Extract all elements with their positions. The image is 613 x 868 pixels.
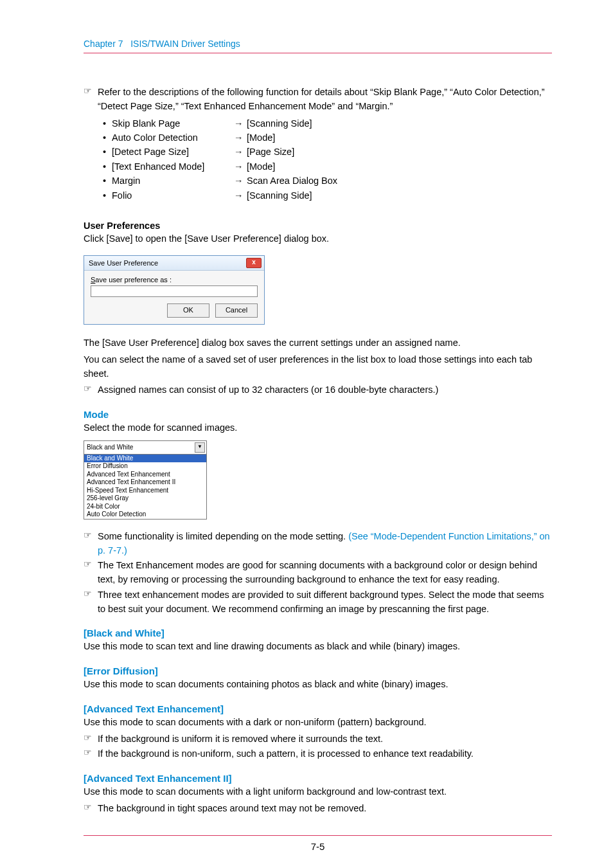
note-icon: ☞ (84, 747, 98, 757)
user-prefs-note: Assigned names can consist of up to 32 c… (98, 383, 552, 397)
note-icon: ☞ (84, 383, 98, 393)
intro-text: Refer to the descriptions of the followi… (98, 86, 552, 114)
ref-row: • [Text Enhanced Mode] → [Mode] (103, 159, 552, 174)
ref-left: Skip Blank Page (112, 116, 234, 131)
ref-row: • Skip Blank Page → [Scanning Side] (103, 116, 552, 131)
ref-row: • Margin → Scan Area Dialog Box (103, 174, 552, 188)
ate-note-1: If the background is uniform it is remov… (98, 732, 552, 746)
ref-row: • Folio → [Scanning Side] (103, 188, 552, 203)
mode-option[interactable]: Advanced Text Enhancement II (84, 478, 206, 487)
mode-option[interactable]: 24-bit Color (84, 503, 206, 511)
arrow-icon: → (234, 116, 247, 131)
reference-list: • Skip Blank Page → [Scanning Side] • Au… (103, 116, 552, 203)
dialog-title-text: Save User Preference (89, 259, 158, 267)
arrow-icon: → (234, 159, 247, 174)
ed-body: Use this mode to scan documents containi… (84, 678, 552, 692)
ref-right: [Scanning Side] (247, 116, 552, 131)
page-header: Chapter 7 ISIS/TWAIN Driver Settings (84, 39, 552, 53)
ate-body: Use this mode to scan documents with a d… (84, 716, 552, 730)
chapter-title: ISIS/TWAIN Driver Settings (130, 39, 240, 49)
mode-option[interactable]: Black and White (84, 455, 206, 463)
chapter-label: Chapter 7 (84, 39, 123, 49)
save-as-label: Save user preference as : (91, 276, 258, 284)
page-number: 7-5 (84, 835, 552, 852)
arrow-icon: → (234, 174, 247, 188)
mode-option[interactable]: 256-level Gray (84, 494, 206, 503)
save-as-input[interactable] (91, 285, 258, 297)
note-icon: ☞ (84, 732, 98, 743)
note-icon: ☞ (84, 559, 98, 569)
mode-option[interactable]: Hi-Speed Text Enhancement (84, 487, 206, 495)
ate2-body: Use this mode to scan documents with a l… (84, 785, 552, 799)
bw-body: Use this mode to scan text and line draw… (84, 640, 552, 654)
mode-note-3: Three text enhancement modes are provide… (98, 588, 552, 617)
mode-selected-value: Black and White (87, 444, 133, 452)
mode-note-1a: Some functionality is limited depending … (98, 531, 348, 541)
mode-dropdown[interactable]: Black and White ▼ Black and White Error … (84, 440, 207, 520)
user-preferences-intro: Click [Save] to open the [Save User Pref… (84, 232, 552, 246)
mode-option[interactable]: Advanced Text Enhancement (84, 471, 206, 479)
arrow-icon: → (234, 131, 247, 145)
ate2-heading: [Advanced Text Enhancement II] (84, 773, 552, 784)
user-prefs-after-1: The [Save User Preference] dialog box sa… (84, 336, 552, 350)
arrow-icon: → (234, 145, 247, 159)
ref-row: • Auto Color Detection → [Mode] (103, 131, 552, 145)
ate-note-2: If the background is non-uniform, such a… (98, 747, 552, 761)
ate-heading: [Advanced Text Enhancement] (84, 703, 552, 714)
ed-heading: [Error Diffusion] (84, 665, 552, 676)
mode-option[interactable]: Error Diffusion (84, 462, 206, 471)
note-icon: ☞ (84, 588, 98, 599)
mode-note-2: The Text Enhancement modes are good for … (98, 559, 552, 587)
arrow-icon: → (234, 188, 247, 203)
chevron-down-icon[interactable]: ▼ (195, 442, 205, 453)
close-icon[interactable]: x (246, 258, 262, 268)
ok-button[interactable]: OK (167, 303, 209, 318)
user-preferences-heading: User Preferences (84, 221, 552, 231)
mode-option[interactable]: Auto Color Detection (84, 511, 206, 519)
ate2-note-1: The background in tight spaces around te… (98, 802, 552, 816)
save-user-preference-dialog: Save User Preference x Save user prefere… (84, 255, 265, 325)
mode-intro: Select the mode for scanned images. (84, 421, 552, 435)
note-icon: ☞ (84, 530, 98, 540)
cancel-button[interactable]: Cancel (215, 303, 258, 318)
note-icon: ☞ (84, 802, 98, 812)
user-prefs-after-2: You can select the name of a saved set o… (84, 353, 552, 381)
bw-heading: [Black and White] (84, 628, 552, 638)
mode-heading: Mode (84, 409, 552, 420)
ref-row: • [Detect Page Size] → [Page Size] (103, 145, 552, 159)
note-icon: ☞ (84, 86, 98, 96)
